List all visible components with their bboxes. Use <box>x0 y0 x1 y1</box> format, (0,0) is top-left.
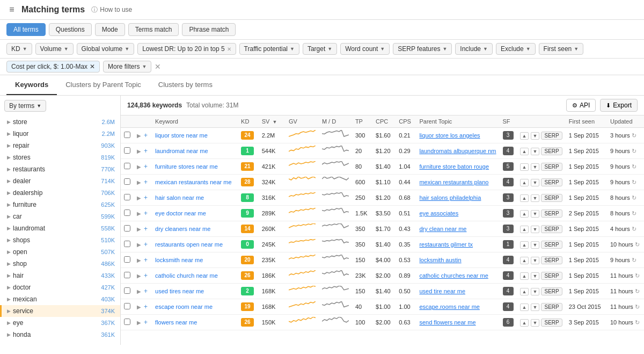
row-expand-icon[interactable]: ▶ <box>137 257 141 263</box>
sidebar-item-mexican[interactable]: ▶ mexican 403K <box>0 293 120 305</box>
sidebar-item-shop[interactable]: ▶ shop 486K <box>0 258 120 270</box>
refresh-btn[interactable]: ↻ <box>635 304 640 310</box>
row-add-icon[interactable]: + <box>144 272 148 279</box>
filter-chip-9[interactable]: Exclude▼ <box>496 43 536 55</box>
col-cps[interactable]: CPS <box>396 115 416 128</box>
trend-up-btn[interactable]: ▲ <box>520 304 529 311</box>
row-checkbox[interactable] <box>124 132 130 138</box>
keyword-link[interactable]: hair salon near me <box>155 194 204 201</box>
parent-topic-link[interactable]: laundromats albuquerque nm <box>419 148 496 154</box>
filter-chip-10[interactable]: First seen▼ <box>539 43 584 55</box>
parent-topic-link[interactable]: mexican restaurants plano <box>419 179 488 185</box>
keyword-link[interactable]: flowers near me <box>155 319 197 326</box>
col-kd[interactable]: KD <box>238 115 259 128</box>
trend-up-btn[interactable]: ▲ <box>520 132 529 140</box>
row-checkbox[interactable] <box>124 256 130 263</box>
refresh-btn[interactable]: ↻ <box>632 226 636 233</box>
refresh-btn[interactable]: ↻ <box>635 319 640 326</box>
row-add-icon[interactable]: + <box>144 209 148 217</box>
parent-topic-link[interactable]: locksmith austin <box>419 257 461 263</box>
trend-down-btn[interactable]: ▼ <box>531 226 540 233</box>
sidebar-item-service[interactable]: ▶ service 374K <box>0 305 120 317</box>
serp-btn[interactable]: SERP <box>541 163 562 171</box>
row-checkbox[interactable] <box>124 147 130 154</box>
tab-mode[interactable]: Mode <box>95 23 125 36</box>
row-add-icon[interactable]: + <box>144 178 148 186</box>
serp-btn[interactable]: SERP <box>541 225 562 233</box>
row-expand-icon[interactable]: ▶ <box>137 195 141 201</box>
sidebar-item-hair[interactable]: ▶ hair 433K <box>0 270 120 281</box>
row-expand-icon[interactable]: ▶ <box>137 288 141 294</box>
export-button[interactable]: ⬇ Export <box>600 99 638 112</box>
sidebar-item-honda[interactable]: ▶ honda 361K <box>0 329 120 341</box>
refresh-btn[interactable]: ↻ <box>632 194 636 201</box>
trend-down-btn[interactable]: ▼ <box>531 241 540 249</box>
serp-btn[interactable]: SERP <box>541 209 562 218</box>
col-first-seen[interactable]: First seen <box>566 115 607 128</box>
trend-up-btn[interactable]: ▲ <box>520 163 529 171</box>
row-checkbox[interactable] <box>124 178 130 185</box>
row-expand-icon[interactable]: ▶ <box>137 226 141 232</box>
nav-tab-clusters-by-terms[interactable]: Clusters by terms <box>150 75 221 95</box>
tab-phrase-match[interactable]: Phrase match <box>182 23 236 36</box>
serp-btn[interactable]: SERP <box>541 272 562 280</box>
refresh-btn[interactable]: ↻ <box>632 257 636 264</box>
tab-questions[interactable]: Questions <box>49 23 92 36</box>
serp-btn[interactable]: SERP <box>541 132 562 140</box>
row-checkbox[interactable] <box>124 209 130 216</box>
cost-chip-close[interactable]: ✕ <box>90 63 95 70</box>
parent-topic-link[interactable]: hair salons philadelphia <box>419 194 481 201</box>
sidebar-item-car[interactable]: ▶ car 599K <box>0 211 120 222</box>
row-expand-icon[interactable]: ▶ <box>137 304 141 310</box>
trend-down-btn[interactable]: ▼ <box>531 288 540 295</box>
row-checkbox[interactable] <box>124 319 130 325</box>
how-to-use-link[interactable]: How to use <box>91 5 132 15</box>
row-add-icon[interactable]: + <box>144 319 148 326</box>
row-add-icon[interactable]: + <box>144 256 148 264</box>
trend-down-btn[interactable]: ▼ <box>531 319 540 327</box>
col-sv[interactable]: SV ▼ <box>259 115 286 128</box>
keyword-link[interactable]: catholic church near me <box>155 272 218 279</box>
trend-down-btn[interactable]: ▼ <box>531 148 540 155</box>
parent-topic-link[interactable]: used tire near me <box>419 288 465 294</box>
sidebar-item-repair[interactable]: ▶ repair 903K <box>0 140 120 151</box>
row-add-icon[interactable]: + <box>144 241 148 248</box>
parent-topic-link[interactable]: restaurants gilmer tx <box>419 241 473 248</box>
keyword-link[interactable]: escape room near me <box>155 304 213 310</box>
parent-topic-link[interactable]: dry clean near me <box>419 226 466 232</box>
refresh-btn[interactable]: ↻ <box>632 148 636 155</box>
parent-topic-link[interactable]: escape.rooms near me <box>419 304 480 310</box>
parent-topic-link[interactable]: furniture store baton rouge <box>419 163 489 170</box>
row-expand-icon[interactable]: ▶ <box>137 133 141 139</box>
table-scroll[interactable]: Keyword KD SV ▼ GV M / D TP CPC CPS Pare… <box>121 115 644 345</box>
serp-btn[interactable]: SERP <box>541 241 562 249</box>
trend-up-btn[interactable]: ▲ <box>520 319 529 327</box>
trend-down-btn[interactable]: ▼ <box>531 163 540 171</box>
row-checkbox[interactable] <box>124 241 130 247</box>
trend-up-btn[interactable]: ▲ <box>520 257 529 264</box>
trend-down-btn[interactable]: ▼ <box>531 257 540 264</box>
by-terms-selector[interactable]: By terms ▼ <box>4 100 46 112</box>
serp-btn[interactable]: SERP <box>541 178 562 186</box>
trend-up-btn[interactable]: ▲ <box>520 241 529 249</box>
row-expand-icon[interactable]: ▶ <box>137 211 141 216</box>
trend-down-btn[interactable]: ▼ <box>531 194 540 202</box>
trend-up-btn[interactable]: ▲ <box>520 288 529 295</box>
row-expand-icon[interactable]: ▶ <box>137 273 141 279</box>
sidebar-item-dealership[interactable]: ▶ dealership 706K <box>0 187 120 199</box>
filter-chip-1[interactable]: Volume▼ <box>35 43 74 55</box>
col-updated[interactable]: Updated <box>607 115 644 128</box>
row-expand-icon[interactable]: ▶ <box>137 148 141 154</box>
sidebar-item-restaurants[interactable]: ▶ restaurants 770K <box>0 163 120 175</box>
keyword-link[interactable]: furniture stores near me <box>155 163 218 170</box>
filter-chip-8[interactable]: Include▼ <box>455 43 493 55</box>
trend-up-btn[interactable]: ▲ <box>520 148 529 155</box>
serp-btn[interactable]: SERP <box>541 194 562 202</box>
serp-btn[interactable]: SERP <box>541 319 562 327</box>
row-checkbox[interactable] <box>124 287 130 294</box>
row-checkbox[interactable] <box>124 303 130 309</box>
filter-chip-4[interactable]: Traffic potential▼ <box>239 43 299 55</box>
sidebar-item-liquor[interactable]: ▶ liquor 2.2M <box>0 128 120 140</box>
sidebar-item-stores[interactable]: ▶ stores 819K <box>0 151 120 163</box>
refresh-btn[interactable]: ↻ <box>632 179 636 186</box>
